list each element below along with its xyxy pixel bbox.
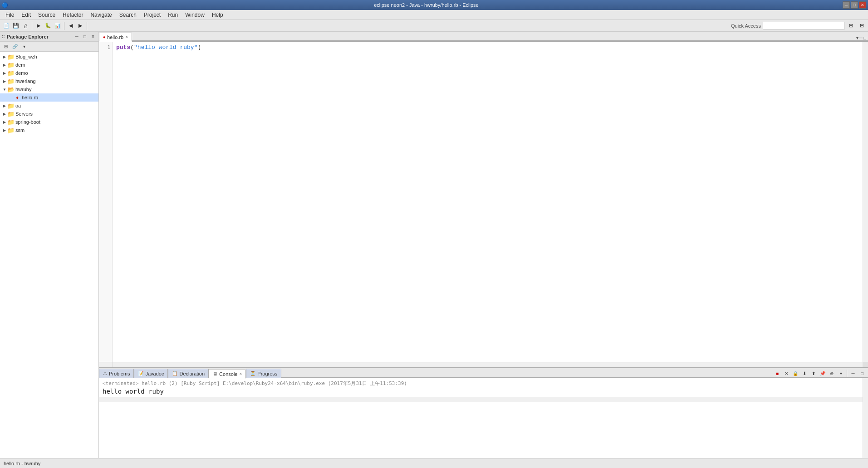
- paren-open: (: [130, 44, 134, 51]
- sidebar-drag-handle: ::: [2, 34, 5, 39]
- menu-bar: File Edit Source Refactor Navigate Searc…: [0, 10, 868, 20]
- console-pin[interactable]: 📌: [819, 369, 827, 377]
- editor-vertical-scrollbar[interactable]: [863, 42, 868, 362]
- sidebar-header: :: Package Explorer ─ □ ×: [0, 32, 98, 42]
- editor-tab-close[interactable]: ×: [125, 34, 128, 39]
- menu-navigate[interactable]: Navigate: [87, 11, 115, 19]
- perspectives-button[interactable]: ⊞: [846, 21, 855, 31]
- tree-item-hwruby[interactable]: ▼ 📂 hwruby: [0, 85, 98, 93]
- new-button[interactable]: 📄: [2, 21, 11, 31]
- toolbar-sep-3: [87, 22, 87, 30]
- quick-access-label: Quick Access: [731, 23, 761, 29]
- debug-button[interactable]: 🐛: [44, 21, 53, 31]
- editor-tab-file-icon: ♦: [103, 34, 105, 39]
- tree-label-servers: Servers: [15, 111, 33, 117]
- menu-refactor[interactable]: Refactor: [59, 11, 87, 19]
- save-button[interactable]: 💾: [11, 21, 20, 31]
- open-perspective-button[interactable]: ⊟: [857, 21, 866, 31]
- editor-tab-label: hello.rb: [107, 34, 123, 40]
- menu-project[interactable]: Project: [140, 11, 164, 19]
- tab-javadoc[interactable]: 📝 Javadoc: [134, 369, 168, 378]
- tab-javadoc-label: Javadoc: [145, 371, 164, 376]
- editor-tab-list-button[interactable]: ▾: [856, 35, 858, 40]
- menu-edit[interactable]: Edit: [18, 11, 34, 19]
- console-icon: 🖥: [213, 371, 217, 376]
- arrow-spring-boot: ▶: [2, 119, 7, 125]
- menu-search[interactable]: Search: [116, 11, 140, 19]
- tree-label-hello-rb: hello.rb: [22, 95, 38, 100]
- tab-progress-label: Progress: [257, 371, 277, 376]
- console-header: <terminated> hello.rb (2) [Ruby Script] …: [103, 380, 859, 387]
- tree-item-dem[interactable]: ▶ 📁 dem: [0, 61, 98, 69]
- bottom-toolbar-sep: [847, 370, 847, 377]
- console-scroll-start[interactable]: ⬆: [809, 369, 818, 377]
- console-scroll-end[interactable]: ⬇: [800, 369, 809, 377]
- console-main: <terminated> hello.rb (2) [Ruby Script] …: [99, 378, 863, 458]
- ruby-file-icon: ♦: [14, 94, 21, 101]
- editor-maximize-button[interactable]: □: [863, 35, 866, 40]
- tree-label-dem: dem: [15, 62, 25, 68]
- console-new[interactable]: ⊕: [828, 369, 836, 377]
- arrow-ssm: ▶: [2, 127, 7, 133]
- arrow-hwruby: ▼: [2, 87, 7, 92]
- tree-item-spring-boot[interactable]: ▶ 📁 spring-boot: [0, 118, 98, 126]
- tree-label-hwruby: hwruby: [15, 87, 31, 92]
- scrollbar-corner: [863, 362, 868, 367]
- editor-minimize-button[interactable]: ─: [859, 35, 863, 40]
- eclipse-icon: 🔵: [2, 2, 8, 8]
- tree-item-hello-rb[interactable]: ▶ ♦ hello.rb: [0, 93, 98, 102]
- console-scroll-lock[interactable]: 🔒: [791, 369, 799, 377]
- link-editor-button[interactable]: 🔗: [11, 43, 19, 51]
- view-menu-button[interactable]: ▾: [20, 43, 28, 51]
- tab-console[interactable]: 🖥 Console ×: [209, 370, 246, 379]
- tab-declaration[interactable]: 📋 Declaration: [168, 369, 209, 378]
- menu-help[interactable]: Help: [208, 11, 227, 19]
- maximize-button[interactable]: □: [851, 1, 858, 9]
- tree-item-demo[interactable]: ▶ 📁 demo: [0, 69, 98, 77]
- tab-problems[interactable]: ⚠ Problems: [99, 369, 134, 378]
- tab-progress[interactable]: ⏳ Progress: [246, 369, 281, 378]
- collapse-all-button[interactable]: ⊟: [2, 43, 10, 51]
- status-bar: hello.rb - hwruby: [0, 458, 868, 468]
- console-stop-button[interactable]: ■: [773, 369, 781, 377]
- menu-file[interactable]: File: [2, 11, 18, 19]
- run-last-button[interactable]: ▶: [34, 21, 43, 31]
- sidebar-toolbar: ⊟ 🔗 ▾: [0, 42, 98, 52]
- main-layout: :: Package Explorer ─ □ × ⊟ 🔗 ▾ ▶ 📁: [0, 32, 868, 458]
- editor-code-container: 1 puts("hello world ruby"): [99, 42, 868, 362]
- editor-area: ♦ hello.rb × ▾ ─ □ 1: [99, 32, 868, 367]
- folder-icon-spring-boot: 📁: [7, 118, 15, 126]
- menu-window[interactable]: Window: [181, 11, 208, 19]
- quick-access-input[interactable]: [763, 22, 844, 30]
- coverage-button[interactable]: 📊: [53, 21, 62, 31]
- back-button[interactable]: ◀: [66, 21, 75, 31]
- editor-tab-empty: [132, 40, 854, 41]
- print-button[interactable]: 🖨: [21, 21, 30, 31]
- close-button[interactable]: ✕: [859, 1, 866, 9]
- tree-item-oa[interactable]: ▶ 📁 oa: [0, 102, 98, 110]
- sidebar-minimize-button[interactable]: ─: [73, 33, 80, 40]
- bottom-maximize[interactable]: □: [858, 369, 866, 377]
- menu-source[interactable]: Source: [34, 11, 59, 19]
- console-horizontal-scrollbar[interactable]: [99, 397, 863, 402]
- editor-tab-hello-rb[interactable]: ♦ hello.rb ×: [99, 33, 132, 42]
- forward-button[interactable]: ▶: [76, 21, 85, 31]
- minimize-button[interactable]: ─: [843, 1, 850, 9]
- console-view-menu[interactable]: ▾: [837, 369, 845, 377]
- console-vertical-scrollbar[interactable]: [863, 378, 868, 458]
- tree-item-blog-wzh[interactable]: ▶ 📁 Blog_wzh: [0, 53, 98, 61]
- tree-item-hwerlang[interactable]: ▶ 📁 hwerlang: [0, 77, 98, 85]
- folder-icon-demo: 📁: [7, 69, 15, 77]
- console-clear-button[interactable]: ✕: [782, 369, 790, 377]
- code-editor[interactable]: puts("hello world ruby"): [113, 42, 863, 362]
- toolbar-sep-2: [64, 22, 64, 30]
- sidebar-maximize-button[interactable]: □: [81, 33, 88, 40]
- editor-horizontal-scrollbar[interactable]: [113, 362, 863, 367]
- console-tab-close[interactable]: ×: [239, 371, 242, 376]
- menu-run[interactable]: Run: [164, 11, 181, 19]
- tree-item-servers[interactable]: ▶ 📁 Servers: [0, 110, 98, 118]
- bottom-minimize[interactable]: ─: [849, 369, 857, 377]
- sidebar-close-button[interactable]: ×: [89, 33, 97, 40]
- tree-item-ssm[interactable]: ▶ 📁 ssm: [0, 126, 98, 134]
- package-explorer-sidebar: :: Package Explorer ─ □ × ⊟ 🔗 ▾ ▶ 📁: [0, 32, 99, 458]
